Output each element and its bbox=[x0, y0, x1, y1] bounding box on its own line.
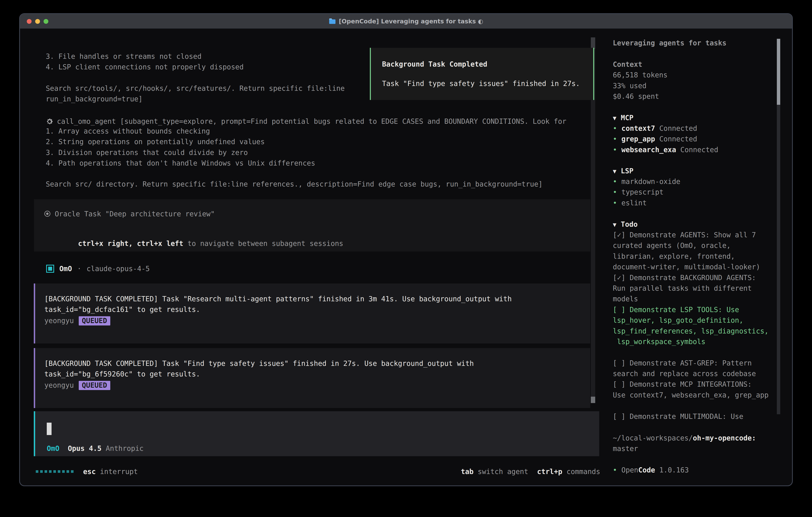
folder-icon bbox=[329, 18, 336, 24]
mcp-item-name: grep_app bbox=[621, 135, 655, 143]
todo-line: document-writer, multimodal-looker) bbox=[613, 263, 781, 273]
esc-key-label: interrupt bbox=[100, 468, 138, 475]
hint-key: tab bbox=[461, 468, 473, 475]
todo-line: librarian, explore, frontend, bbox=[613, 252, 781, 263]
context-used: 33% used bbox=[613, 82, 781, 92]
lsp-item-name: eslint bbox=[621, 199, 646, 207]
model-selector[interactable]: OmO Opus 4.5 Anthropic bbox=[47, 444, 144, 453]
todo-line: search and replace across codebase bbox=[613, 370, 781, 380]
task-card-line2: task_id="bg_dcfac161" to get results. bbox=[45, 305, 584, 316]
sidebar-workspace: ~/local-workspaces/oh-my-opencode: maste… bbox=[613, 434, 781, 456]
transcript-scroll-lines: 3. File handles or streams not closed4. … bbox=[46, 52, 243, 74]
agent-square-icon bbox=[46, 265, 54, 273]
input-provider-name: Anthropic bbox=[106, 444, 144, 453]
green-dot-icon: • bbox=[613, 124, 617, 132]
app-name-bold: Code bbox=[638, 466, 655, 474]
lsp-item: •markdown-oxide bbox=[613, 178, 781, 188]
oracle-task-box: Oracle Task "Deep architecture review" c… bbox=[34, 199, 590, 251]
sidebar-todo-list: [✓] Demonstrate AGENTS: Show all 7curate… bbox=[613, 231, 781, 423]
todo-line bbox=[613, 348, 781, 359]
sidebar-context-section: Context 66,518 tokens 33% used $0.46 spe… bbox=[613, 60, 781, 103]
task-card-line2: task_id="bg_6f59260c" to get results. bbox=[45, 370, 584, 381]
sidebar-todo-header[interactable]: ▼Todo bbox=[613, 220, 781, 231]
sidebar-scrollbar-thumb[interactable] bbox=[777, 39, 780, 105]
close-button[interactable] bbox=[27, 19, 32, 24]
hint-key-ctrlx-right: ctrl+x right, bbox=[78, 240, 133, 247]
bug-list: 1. Array access without bounds checking2… bbox=[46, 127, 315, 170]
minimize-button[interactable] bbox=[35, 19, 40, 24]
mcp-item-name: websearch_exa bbox=[621, 146, 676, 154]
hint-label: switch agent bbox=[478, 468, 528, 475]
todo-line: [ ] Demonstrate AST-GREP: Pattern bbox=[613, 359, 781, 370]
mcp-item: •grep_app Connected bbox=[613, 135, 781, 145]
context-heading: Context bbox=[613, 60, 781, 71]
hint-key: ctrl+p bbox=[537, 468, 562, 475]
status-bar-right: tab switch agentctrl+p commands bbox=[452, 466, 600, 477]
mcp-item: •websearch_exa Connected bbox=[613, 146, 781, 156]
todo-line: lsp_hover, lsp_goto_definition, bbox=[613, 316, 781, 327]
titlebar[interactable]: [OpenCode] Leveraging agents for tasks ◐ bbox=[20, 14, 792, 29]
transcript-line: run_in_background=true] bbox=[46, 95, 345, 106]
username: yeongyu bbox=[45, 317, 74, 325]
tool-call-row: call_omo_agent [subagent_type=explore, p… bbox=[46, 116, 567, 127]
agent-model: claude-opus-4-5 bbox=[87, 265, 150, 273]
sidebar-session-title: Leveraging agents for tasks bbox=[613, 39, 781, 50]
sidebar-lsp-header[interactable]: ▼LSP bbox=[613, 167, 781, 178]
todo-line: [ ] Demonstrate MULTIMODAL: Use bbox=[613, 412, 781, 423]
green-dot-icon: • bbox=[613, 188, 617, 196]
sidebar-mcp-header[interactable]: ▼MCP bbox=[613, 114, 781, 124]
bug-list-item: 1. Array access without bounds checking bbox=[46, 127, 315, 138]
main-scrollbar-thumb-bottom[interactable] bbox=[591, 397, 595, 403]
bug-list-item: 2. String operations on potentially unde… bbox=[46, 138, 315, 148]
prompt-input[interactable]: OmO Opus 4.5 Anthropic bbox=[34, 411, 599, 456]
notification-body: Task "Find type safety issues" finished … bbox=[382, 80, 585, 87]
oracle-task-title: Oracle Task "Deep architecture review" bbox=[55, 210, 215, 218]
sidebar-lsp-list: •markdown-oxide•typescript•eslint bbox=[613, 178, 781, 210]
todo-line: curated agents (OmO, oracle, bbox=[613, 242, 781, 252]
main-scrollbar-thumb-top[interactable] bbox=[591, 37, 595, 49]
task-card-user-row: yeongyuQUEUED bbox=[45, 316, 584, 327]
todo-line: Run parallel tasks with different bbox=[613, 284, 781, 295]
esc-key-hint: esc bbox=[83, 468, 96, 475]
app-version: 1.0.163 bbox=[659, 466, 689, 474]
transcript-search-line2: Search src/ directory. Return specific f… bbox=[46, 180, 543, 191]
traffic-lights bbox=[27, 14, 48, 29]
text-cursor bbox=[47, 423, 52, 435]
mcp-item-name: context7 bbox=[621, 124, 655, 132]
green-dot-icon: • bbox=[613, 178, 617, 186]
agent-header: OmO · claude-opus-4-5 bbox=[46, 263, 150, 274]
todo-line: lsp_workspace_symbols bbox=[613, 338, 781, 348]
lsp-item-name: typescript bbox=[621, 188, 664, 196]
green-dot-icon: • bbox=[613, 135, 617, 143]
task-card: [BACKGROUND TASK COMPLETED] Task "Find t… bbox=[34, 348, 590, 408]
terminal: 3. File handles or streams not closed4. … bbox=[20, 14, 792, 485]
context-tokens: 66,518 tokens bbox=[613, 71, 781, 82]
task-card-line1: [BACKGROUND TASK COMPLETED] Task "Resear… bbox=[45, 295, 584, 305]
fisheye-icon bbox=[45, 211, 50, 217]
spinner-dots-icon bbox=[36, 470, 74, 473]
sidebar-mcp-list: •context7 Connected•grep_app Connected•w… bbox=[613, 124, 781, 156]
todo-line: lsp_find_references, lsp_diagnostics, bbox=[613, 327, 781, 338]
gear-icon bbox=[46, 118, 53, 125]
transcript-search-block: Search src/tools/, src/hooks/, src/featu… bbox=[46, 84, 345, 106]
todo-line: [ ] Demonstrate LSP TOOLS: Use bbox=[613, 306, 781, 316]
lsp-item: •eslint bbox=[613, 199, 781, 210]
transcript-line: 3. File handles or streams not closed bbox=[46, 52, 243, 63]
green-dot-icon: • bbox=[613, 466, 617, 474]
context-spent: $0.46 spent bbox=[613, 92, 781, 103]
mcp-item-status: Connected bbox=[680, 146, 718, 154]
green-dot-icon: • bbox=[613, 146, 617, 154]
background-task-notification: Background Task Completed Task "Find typ… bbox=[370, 48, 594, 100]
todo-line: Use context7, websearch_exa, grep_app bbox=[613, 391, 781, 402]
hint-label: commands bbox=[567, 468, 600, 475]
mcp-item-status: Connected bbox=[659, 124, 697, 132]
todo-line bbox=[613, 402, 781, 412]
tool-call-text: call_omo_agent [subagent_type=explore, p… bbox=[57, 116, 567, 127]
app-name-dim: Open bbox=[621, 466, 638, 474]
app-window: [OpenCode] Leveraging agents for tasks ◐… bbox=[19, 13, 793, 486]
todo-line: [✓] Demonstrate BACKGROUND AGENTS: bbox=[613, 274, 781, 284]
transcript-line: Search src/tools/, src/hooks/, src/featu… bbox=[46, 84, 345, 95]
mcp-item: •context7 Connected bbox=[613, 124, 781, 135]
maximize-button[interactable] bbox=[44, 19, 48, 24]
hint-text: to navigate between subagent sessions bbox=[187, 240, 343, 247]
